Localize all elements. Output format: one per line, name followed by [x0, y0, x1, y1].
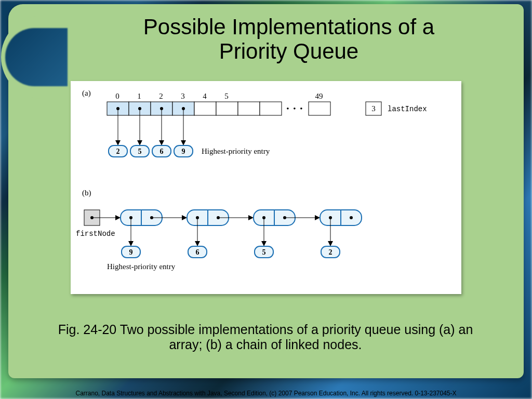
svg-text:9: 9: [129, 248, 133, 256]
array-value-capsules: 2 5 6 9: [109, 145, 193, 157]
firstnode-label: firstNode: [76, 230, 115, 238]
svg-marker-38: [115, 215, 121, 220]
part-a-highest-label: Highest-priority entry: [202, 147, 270, 155]
svg-text:2: 2: [329, 248, 332, 256]
svg-marker-44: [182, 215, 187, 220]
lastindex-label: lastIndex: [388, 105, 427, 113]
lastindex-value: 3: [371, 104, 376, 113]
svg-point-72: [350, 216, 353, 219]
svg-marker-27: [181, 140, 186, 145]
svg-rect-14: [260, 102, 282, 115]
svg-marker-66: [261, 241, 267, 246]
svg-text:0: 0: [115, 92, 119, 100]
svg-text:6: 6: [160, 148, 164, 155]
figure-caption: Fig. 24-20 Two possible implementations …: [50, 322, 481, 352]
svg-rect-12: [216, 102, 238, 115]
svg-text:4: 4: [203, 92, 207, 100]
figure-svg: (a) 0 1 2 3 4 5 49: [71, 81, 461, 294]
svg-marker-64: [315, 215, 320, 220]
svg-text:5: 5: [138, 148, 142, 155]
svg-marker-24: [159, 140, 164, 145]
svg-text:9: 9: [182, 148, 185, 155]
svg-marker-74: [328, 241, 333, 246]
part-b-label: (b): [82, 189, 91, 197]
svg-text:5: 5: [224, 92, 229, 100]
svg-rect-15: [309, 102, 330, 115]
svg-text:6: 6: [196, 248, 200, 256]
svg-text:2: 2: [116, 148, 120, 155]
svg-marker-54: [248, 215, 254, 220]
svg-marker-56: [195, 241, 200, 246]
svg-rect-13: [238, 102, 260, 115]
part-a-label: (a): [82, 89, 91, 98]
copyright-line: Carrano, Data Structures and Abstraction…: [0, 390, 532, 397]
svg-text:2: 2: [159, 92, 163, 100]
svg-text:3: 3: [181, 92, 185, 100]
title-line-2: Priority Queue: [219, 39, 358, 63]
figure-panel: (a) 0 1 2 3 4 5 49: [71, 81, 461, 294]
title-line-1: Possible Implementations of a: [143, 15, 434, 39]
svg-text:5: 5: [262, 248, 266, 256]
svg-marker-46: [128, 241, 134, 246]
frame-notch: [5, 28, 68, 86]
svg-text:1: 1: [137, 92, 141, 100]
svg-rect-11: [194, 102, 216, 115]
svg-text:49: 49: [315, 92, 323, 100]
slide-frame: Possible Implementations of a Priority Q…: [8, 4, 524, 378]
ellipsis-icon: • • •: [286, 104, 303, 113]
svg-marker-21: [137, 140, 142, 145]
array-indices: 0 1 2 3 4 5 49: [115, 92, 323, 100]
slide-title: Possible Implementations of a Priority Q…: [86, 15, 491, 63]
linked-nodes: 9 6 5: [121, 210, 362, 258]
part-b-highest-label: Highest-priority entry: [107, 262, 176, 271]
svg-marker-18: [115, 140, 121, 145]
